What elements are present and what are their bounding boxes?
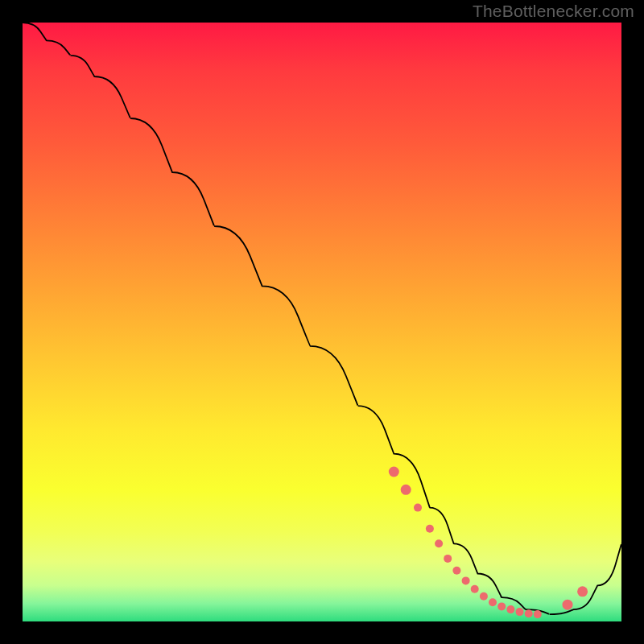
- data-point: [444, 555, 452, 563]
- bottleneck-curve: [23, 23, 621, 614]
- data-point: [497, 602, 506, 610]
- data-point: [414, 504, 422, 512]
- data-point: [577, 586, 588, 597]
- data-point: [471, 585, 479, 593]
- gradient-plot-area: [23, 23, 621, 621]
- data-point: [525, 609, 533, 617]
- data-point: [426, 525, 434, 533]
- data-point: [401, 485, 411, 495]
- data-point: [489, 598, 497, 606]
- data-point: [435, 539, 443, 547]
- marker-group: [389, 467, 588, 619]
- data-point: [563, 600, 573, 610]
- data-point: [452, 567, 460, 575]
- data-point: [516, 608, 524, 616]
- attribution-text: TheBottlenecker.com: [473, 2, 634, 21]
- data-point: [506, 605, 514, 613]
- chart-frame: TheBottlenecker.com: [0, 0, 644, 644]
- data-point: [389, 467, 399, 477]
- data-point: [462, 576, 470, 584]
- data-point: [480, 592, 488, 601]
- data-point: [534, 610, 542, 618]
- curve-layer: [23, 23, 621, 621]
